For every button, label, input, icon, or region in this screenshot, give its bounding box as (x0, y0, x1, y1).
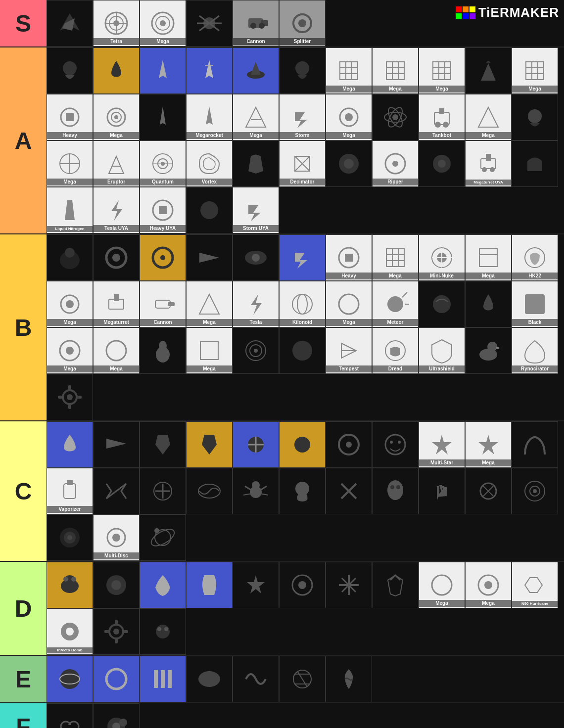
cell-c-hand (419, 468, 465, 514)
svg-point-169 (112, 534, 120, 542)
cell-d3 (140, 562, 186, 608)
cell-c-orbit (140, 514, 186, 561)
cell-a-mega2: Mega (372, 47, 419, 94)
cell-a-vortex: Vortex (186, 140, 233, 187)
svg-point-20 (298, 19, 306, 27)
svg-rect-99 (479, 249, 497, 267)
svg-point-118 (159, 341, 167, 351)
cell-e7 (326, 656, 372, 702)
cell-a-mega6: Mega (233, 94, 279, 140)
cell-b-tempest: Tempest (326, 327, 372, 374)
cell-a-quantum: Quantum (140, 140, 186, 187)
cell-e6 (279, 656, 326, 702)
svg-point-129 (67, 394, 73, 400)
cell-a-eruptor: Eruptor (93, 140, 140, 187)
cell-b-mininuke: Mini-Nuke (419, 234, 465, 281)
cell-b2 (93, 234, 140, 281)
svg-point-72 (392, 161, 398, 167)
cell-b-circle (279, 327, 326, 374)
svg-rect-105 (114, 294, 119, 301)
cell-a-storm-uya: Storm UYA (233, 187, 279, 233)
cell-a-storm: Storm (279, 94, 326, 140)
svg-marker-142 (478, 435, 498, 455)
cell-c5 (233, 421, 279, 468)
cell-s-cannon: Cannon (233, 0, 279, 46)
cell-b6 (279, 234, 326, 281)
cell-b5 (233, 234, 279, 281)
svg-point-18 (259, 23, 265, 29)
tier-row-e: E (0, 656, 564, 703)
svg-point-216 (119, 719, 127, 727)
svg-point-78 (490, 167, 495, 172)
svg-point-190 (66, 628, 74, 636)
cell-c-alien (279, 468, 326, 514)
cell-b-mega7: Mega (93, 327, 140, 374)
cell-a-megaturret-uya: Megaturret UYA (465, 140, 512, 187)
cell-b-target (233, 327, 279, 374)
cell-b1 (47, 234, 93, 281)
cell-a4 (186, 47, 233, 94)
svg-point-202 (106, 669, 126, 689)
cell-c-cross (140, 468, 186, 514)
cell-c-vaporizer: Vaporizer (47, 468, 93, 514)
svg-rect-204 (161, 670, 165, 688)
svg-point-109 (297, 294, 307, 314)
tier-row-c: C (0, 421, 564, 562)
tier-row-f: F (0, 703, 564, 728)
svg-rect-132 (58, 396, 63, 399)
cell-a-tankbot: Tankbot (419, 94, 465, 140)
cell-c-zigzag (93, 468, 140, 514)
svg-point-206 (198, 671, 220, 687)
cell-a-liquid-nitrogen: Liquid Nitrogen (47, 187, 93, 233)
cell-a-mega3: Mega (419, 47, 465, 94)
tier-maker-container: S TiERMAKER Tetra (0, 0, 564, 728)
tier-label-c: C (0, 421, 47, 561)
svg-rect-113 (525, 294, 545, 314)
cell-b-ultrashield: Ultrashield (419, 327, 465, 374)
svg-point-70 (344, 159, 354, 169)
svg-point-115 (66, 347, 74, 355)
tier-f-content (47, 703, 564, 728)
svg-rect-203 (154, 670, 158, 688)
cell-s-1 (47, 0, 93, 46)
svg-point-186 (432, 575, 452, 595)
cell-c-mouth (186, 468, 233, 514)
tiermaker-logo: TiERMAKER (456, 5, 559, 20)
cell-b-tesla: Tesla (233, 281, 279, 327)
cell-c7 (326, 421, 372, 468)
cell-d-creature (140, 608, 186, 655)
svg-point-155 (295, 482, 309, 496)
svg-rect-39 (526, 62, 544, 80)
cell-b-rynocirator: Rynocirator (512, 327, 558, 374)
cell-d-n90: N90 Hurricane (512, 562, 558, 608)
tier-label-s: S (0, 0, 47, 46)
cell-a-mega7: Mega (326, 94, 372, 140)
svg-point-48 (114, 115, 118, 119)
cell-b3 (140, 234, 186, 281)
cell-c6 (279, 421, 326, 468)
svg-rect-29 (386, 62, 404, 80)
cell-f2 (93, 703, 140, 728)
cell-a3 (140, 47, 186, 94)
svg-point-59 (528, 109, 542, 123)
svg-rect-193 (115, 620, 118, 625)
cell-b-black: Black (512, 281, 558, 327)
cell-e1 (47, 656, 93, 702)
svg-point-175 (63, 577, 68, 582)
tier-a-content: Mega Mega Mega Mega Heavy (47, 47, 564, 233)
cell-a5 (233, 47, 279, 94)
cell-a-mega9: Mega (47, 140, 93, 187)
svg-marker-179 (247, 575, 265, 593)
cell-c-circle5 (47, 514, 93, 561)
cell-d4 (186, 562, 233, 608)
svg-point-178 (111, 580, 121, 590)
svg-point-112 (433, 295, 451, 313)
svg-point-85 (112, 254, 120, 262)
cell-b-meteor: Meteor (372, 281, 419, 327)
svg-point-137 (346, 442, 352, 448)
cell-d-mega2: Mega (465, 562, 512, 608)
cell-d6 (279, 562, 326, 608)
svg-rect-76 (486, 154, 491, 161)
cell-c-spider (233, 468, 279, 514)
cell-a-heavy: Heavy (47, 94, 93, 140)
